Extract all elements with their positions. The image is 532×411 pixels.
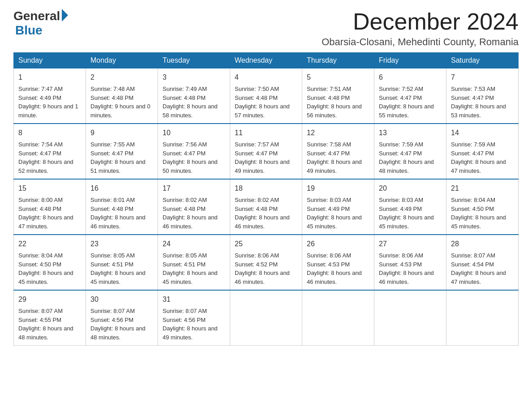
day-info: Sunrise: 7:59 AMSunset: 4:47 PMDaylight:… xyxy=(379,141,434,174)
day-number: 15 xyxy=(18,183,81,194)
calendar-cell: 15 Sunrise: 8:00 AMSunset: 4:48 PMDaylig… xyxy=(14,179,86,235)
calendar-cell: 18 Sunrise: 8:02 AMSunset: 4:48 PMDaylig… xyxy=(230,179,302,235)
day-number: 3 xyxy=(163,72,225,83)
day-number: 14 xyxy=(451,128,514,138)
day-number: 30 xyxy=(90,294,153,305)
calendar-cell: 12 Sunrise: 7:58 AMSunset: 4:47 PMDaylig… xyxy=(302,124,374,179)
calendar-week-row: 1 Sunrise: 7:47 AMSunset: 4:49 PMDayligh… xyxy=(14,68,519,124)
weekday-header-row: Sunday Monday Tuesday Wednesday Thursday… xyxy=(14,53,519,68)
day-number: 11 xyxy=(235,128,297,138)
day-info: Sunrise: 8:05 AMSunset: 4:51 PMDaylight:… xyxy=(90,252,146,285)
day-info: Sunrise: 7:49 AMSunset: 4:48 PMDaylight:… xyxy=(163,86,218,119)
month-title: December 2024 xyxy=(322,9,519,34)
day-info: Sunrise: 7:48 AMSunset: 4:48 PMDaylight:… xyxy=(90,86,150,119)
day-number: 18 xyxy=(235,183,297,194)
day-info: Sunrise: 8:06 AMSunset: 4:53 PMDaylight:… xyxy=(307,252,362,285)
day-number: 24 xyxy=(163,239,225,249)
day-number: 27 xyxy=(379,239,442,249)
day-number: 23 xyxy=(90,239,153,249)
day-info: Sunrise: 7:58 AMSunset: 4:47 PMDaylight:… xyxy=(307,141,362,174)
day-info: Sunrise: 8:03 AMSunset: 4:49 PMDaylight:… xyxy=(307,197,362,230)
day-number: 5 xyxy=(307,72,369,83)
day-info: Sunrise: 7:47 AMSunset: 4:49 PMDaylight:… xyxy=(18,86,78,119)
calendar-cell: 3 Sunrise: 7:49 AMSunset: 4:48 PMDayligh… xyxy=(158,68,230,124)
calendar-cell: 27 Sunrise: 8:06 AMSunset: 4:53 PMDaylig… xyxy=(374,235,446,290)
day-number: 26 xyxy=(307,239,369,249)
day-number: 2 xyxy=(90,72,153,83)
day-info: Sunrise: 8:02 AMSunset: 4:48 PMDaylight:… xyxy=(235,197,290,230)
calendar-cell: 29 Sunrise: 8:07 AMSunset: 4:55 PMDaylig… xyxy=(14,290,86,346)
day-number: 1 xyxy=(18,72,81,83)
header-monday: Monday xyxy=(86,53,158,68)
day-number: 22 xyxy=(18,239,81,249)
day-number: 20 xyxy=(379,183,442,194)
calendar-cell: 6 Sunrise: 7:52 AMSunset: 4:47 PMDayligh… xyxy=(374,68,446,124)
calendar-cell: 5 Sunrise: 7:51 AMSunset: 4:48 PMDayligh… xyxy=(302,68,374,124)
day-info: Sunrise: 7:57 AMSunset: 4:47 PMDaylight:… xyxy=(235,141,290,174)
calendar-cell: 26 Sunrise: 8:06 AMSunset: 4:53 PMDaylig… xyxy=(302,235,374,290)
calendar-table: Sunday Monday Tuesday Wednesday Thursday… xyxy=(13,52,519,346)
day-number: 12 xyxy=(307,128,369,138)
day-number: 31 xyxy=(163,294,225,305)
day-number: 7 xyxy=(451,72,514,83)
calendar-cell: 19 Sunrise: 8:03 AMSunset: 4:49 PMDaylig… xyxy=(302,179,374,235)
calendar-cell: 8 Sunrise: 7:54 AMSunset: 4:47 PMDayligh… xyxy=(14,124,86,179)
page-header: General Blue December 2024 Obarsia-Closa… xyxy=(13,9,519,48)
calendar-cell xyxy=(446,290,519,346)
calendar-cell: 20 Sunrise: 8:03 AMSunset: 4:49 PMDaylig… xyxy=(374,179,446,235)
day-info: Sunrise: 8:06 AMSunset: 4:53 PMDaylight:… xyxy=(379,252,434,285)
calendar-cell: 2 Sunrise: 7:48 AMSunset: 4:48 PMDayligh… xyxy=(86,68,158,124)
calendar-week-row: 22 Sunrise: 8:04 AMSunset: 4:50 PMDaylig… xyxy=(14,235,519,290)
calendar-cell: 30 Sunrise: 8:07 AMSunset: 4:56 PMDaylig… xyxy=(86,290,158,346)
day-info: Sunrise: 7:55 AMSunset: 4:47 PMDaylight:… xyxy=(90,141,146,174)
day-info: Sunrise: 7:59 AMSunset: 4:47 PMDaylight:… xyxy=(451,141,506,174)
logo: General Blue xyxy=(13,9,68,38)
day-info: Sunrise: 7:52 AMSunset: 4:47 PMDaylight:… xyxy=(379,86,434,119)
calendar-week-row: 29 Sunrise: 8:07 AMSunset: 4:55 PMDaylig… xyxy=(14,290,519,346)
day-number: 28 xyxy=(451,239,514,249)
header-saturday: Saturday xyxy=(446,53,519,68)
day-number: 25 xyxy=(235,239,297,249)
calendar-cell: 31 Sunrise: 8:07 AMSunset: 4:56 PMDaylig… xyxy=(158,290,230,346)
day-number: 6 xyxy=(379,72,442,83)
calendar-cell: 23 Sunrise: 8:05 AMSunset: 4:51 PMDaylig… xyxy=(86,235,158,290)
calendar-cell: 13 Sunrise: 7:59 AMSunset: 4:47 PMDaylig… xyxy=(374,124,446,179)
day-info: Sunrise: 7:53 AMSunset: 4:47 PMDaylight:… xyxy=(451,86,506,119)
day-info: Sunrise: 7:51 AMSunset: 4:48 PMDaylight:… xyxy=(307,86,362,119)
day-number: 29 xyxy=(18,294,81,305)
calendar-cell: 16 Sunrise: 8:01 AMSunset: 4:48 PMDaylig… xyxy=(86,179,158,235)
calendar-cell: 25 Sunrise: 8:06 AMSunset: 4:52 PMDaylig… xyxy=(230,235,302,290)
day-info: Sunrise: 8:07 AMSunset: 4:55 PMDaylight:… xyxy=(18,308,73,341)
calendar-cell: 17 Sunrise: 8:02 AMSunset: 4:48 PMDaylig… xyxy=(158,179,230,235)
day-info: Sunrise: 8:07 AMSunset: 4:56 PMDaylight:… xyxy=(90,308,146,341)
calendar-cell: 7 Sunrise: 7:53 AMSunset: 4:47 PMDayligh… xyxy=(446,68,519,124)
day-info: Sunrise: 7:56 AMSunset: 4:47 PMDaylight:… xyxy=(163,141,218,174)
location-title: Obarsia-Closani, Mehedinti County, Roman… xyxy=(322,36,519,48)
day-number: 17 xyxy=(163,183,225,194)
header-wednesday: Wednesday xyxy=(230,53,302,68)
header-thursday: Thursday xyxy=(302,53,374,68)
calendar-cell: 14 Sunrise: 7:59 AMSunset: 4:47 PMDaylig… xyxy=(446,124,519,179)
day-number: 16 xyxy=(90,183,153,194)
header-sunday: Sunday xyxy=(14,53,86,68)
calendar-cell: 4 Sunrise: 7:50 AMSunset: 4:48 PMDayligh… xyxy=(230,68,302,124)
day-info: Sunrise: 8:04 AMSunset: 4:50 PMDaylight:… xyxy=(451,197,506,230)
calendar-cell xyxy=(302,290,374,346)
day-info: Sunrise: 8:02 AMSunset: 4:48 PMDaylight:… xyxy=(163,197,218,230)
day-info: Sunrise: 8:07 AMSunset: 4:54 PMDaylight:… xyxy=(451,252,506,285)
calendar-week-row: 8 Sunrise: 7:54 AMSunset: 4:47 PMDayligh… xyxy=(14,124,519,179)
calendar-cell: 9 Sunrise: 7:55 AMSunset: 4:47 PMDayligh… xyxy=(86,124,158,179)
day-number: 21 xyxy=(451,183,514,194)
day-info: Sunrise: 8:01 AMSunset: 4:48 PMDaylight:… xyxy=(90,197,146,230)
logo-general-text: General xyxy=(13,9,60,23)
day-number: 19 xyxy=(307,183,369,194)
calendar-cell: 10 Sunrise: 7:56 AMSunset: 4:47 PMDaylig… xyxy=(158,124,230,179)
calendar-cell: 22 Sunrise: 8:04 AMSunset: 4:50 PMDaylig… xyxy=(14,235,86,290)
calendar-cell: 11 Sunrise: 7:57 AMSunset: 4:47 PMDaylig… xyxy=(230,124,302,179)
logo-triangle-icon xyxy=(62,9,68,21)
day-info: Sunrise: 7:54 AMSunset: 4:47 PMDaylight:… xyxy=(18,141,73,174)
calendar-cell: 1 Sunrise: 7:47 AMSunset: 4:49 PMDayligh… xyxy=(14,68,86,124)
day-number: 13 xyxy=(379,128,442,138)
day-number: 9 xyxy=(90,128,153,138)
calendar-cell: 24 Sunrise: 8:05 AMSunset: 4:51 PMDaylig… xyxy=(158,235,230,290)
